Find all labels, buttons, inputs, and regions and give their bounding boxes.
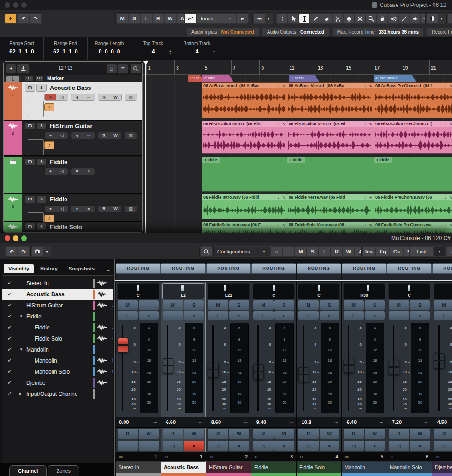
- channel-solo-button[interactable]: S: [229, 300, 250, 310]
- read-automation-button[interactable]: R: [98, 132, 110, 139]
- info-field[interactable]: Top Track 4 ▲ ▼: [131, 37, 175, 60]
- write-automation-button[interactable]: W: [229, 429, 250, 439]
- visibility-item[interactable]: ✓ ▶ Input/Output Channe: [2, 388, 113, 400]
- global-s-button[interactable]: S: [307, 247, 318, 256]
- add-marker-button[interactable]: T+: [25, 75, 34, 82]
- tool-line-icon[interactable]: [399, 14, 409, 23]
- audio-event[interactable]: 06 HiStrGuitar PreChorus.L ( ♩ ∿: [374, 121, 452, 154]
- track-body[interactable]: m s HiStrum Guitar ● ◁ e ∞ R W ▥: [22, 121, 142, 155]
- channel-name[interactable]: Djembe: [432, 462, 452, 473]
- channel-edit-button[interactable]: e: [274, 311, 295, 320]
- channel-listen-button[interactable]: L: [163, 311, 183, 320]
- track-name[interactable]: Fiddle: [50, 196, 67, 203]
- channel-strip-button[interactable]: ▥: [125, 132, 137, 139]
- mixer-channel-strip[interactable]: L21 M S L e 06121824304050 6051015203040…: [206, 282, 251, 476]
- pan-control[interactable]: C: [298, 283, 340, 299]
- channel-mute-button[interactable]: M: [118, 300, 138, 310]
- channel-name[interactable]: Mandolin: [342, 462, 387, 473]
- channel-strip-button[interactable]: ▥: [125, 94, 137, 100]
- global-m-button[interactable]: M: [295, 247, 306, 256]
- visibility-check-icon[interactable]: ✓: [7, 379, 12, 386]
- track-body[interactable]: m s Acoustic Bass ● ◁ e ∞ R W ▥: [22, 82, 142, 120]
- read-automation-button[interactable]: R: [253, 429, 274, 439]
- track-body[interactable]: m s Fiddle ● ◁ = ≈ R W: [22, 157, 142, 193]
- track-row[interactable]: 2 m s HiStrum Guitar ● ◁ e ∞ R W: [4, 121, 142, 156]
- record-enable-button[interactable]: ●: [274, 441, 295, 451]
- snapshot-camera-icon[interactable]: [32, 247, 43, 256]
- pan-indicator[interactable]: [367, 285, 369, 291]
- left-zone-tab-snapshots[interactable]: Snapshots: [64, 264, 99, 273]
- left-zone-tab-history[interactable]: History: [36, 264, 62, 273]
- track-row[interactable]: 4 m s Fiddle Solo ● ◁ e ∞ R W: [4, 222, 142, 233]
- info-field-value[interactable]: 4: [131, 48, 175, 55]
- audio-event[interactable]: 06 FiddleSolo Verse.wav (06 ♩ ∿: [287, 222, 374, 233]
- track-filter-list-icon[interactable]: ≡: [117, 64, 128, 74]
- folder-part[interactable]: Fiddle: [374, 157, 452, 192]
- visibility-check-icon[interactable]: ✓: [7, 302, 12, 308]
- timeline[interactable]: 13579111315171921 1: Pic 2: Intro 3: Ver…: [143, 60, 452, 233]
- edit-channel-button[interactable]: e: [71, 94, 83, 100]
- routing-rack-cell[interactable]: ROUTING: [206, 263, 251, 280]
- channel-mute-button[interactable]: M: [208, 300, 228, 310]
- routing-rack-cell[interactable]: ROUTING: [116, 263, 161, 280]
- meter-peak-value[interactable]: -∞: [424, 420, 428, 425]
- link-button[interactable]: Link: [410, 247, 433, 256]
- channel-mute-button[interactable]: M: [253, 300, 274, 310]
- track-solo-button[interactable]: s: [36, 122, 47, 130]
- tool-erase-icon[interactable]: [321, 14, 332, 23]
- record-enable-button[interactable]: [139, 441, 159, 451]
- track-row[interactable]: 3 m s Fiddle ● ◁ e ∞ R W: [4, 194, 142, 222]
- audio-event[interactable]: 06 Fiddle Intro.wav (06 Fiddl ♩ ∿: [202, 194, 287, 219]
- freeze-button[interactable]: ≈: [83, 168, 95, 175]
- zoom-window-button[interactable]: [21, 235, 27, 241]
- mixer-channel-strip[interactable]: R30 M S L e 06121824304050 6051015203040…: [342, 282, 387, 476]
- track-solo-button[interactable]: s: [36, 84, 47, 92]
- undo-button[interactable]: ↶: [18, 14, 29, 23]
- import-track-icon[interactable]: [17, 64, 30, 74]
- fader-db-value[interactable]: -10.8: [300, 419, 311, 425]
- tool-glue-icon[interactable]: [344, 14, 354, 23]
- mixer-channel-strip[interactable]: C M S L e 06121824304050 6051015203040∞ …: [297, 282, 341, 476]
- close-window-button[interactable]: [5, 235, 10, 241]
- channel-name[interactable]: Fiddle Solo: [297, 462, 341, 473]
- tool-range-select-icon[interactable]: [299, 14, 309, 23]
- routing-rack-cell[interactable]: ROUTING: [432, 263, 452, 280]
- info-field[interactable]: Range End 62. 1. 1. 0: [44, 37, 88, 60]
- folder-part[interactable]: Fiddle: [202, 157, 287, 192]
- mixer-channel-strip[interactable]: C M S L e 06121824304050 6051015203040∞ …: [387, 282, 432, 476]
- channel-edit-button[interactable]: e: [229, 311, 250, 320]
- track-solo-button[interactable]: s: [36, 223, 47, 231]
- marker-lane[interactable]: 1: Pic 2: Intro 3: Verse 4: PreChorus: [143, 75, 452, 82]
- meter-peak-value[interactable]: -∞: [333, 420, 338, 425]
- monitor-button[interactable]: ◁: [208, 441, 228, 451]
- channel-listen-button[interactable]: L: [434, 311, 452, 320]
- pan-indicator[interactable]: [318, 285, 320, 291]
- musical-mode-icon[interactable]: ♪: [44, 141, 54, 149]
- visibility-check-icon[interactable]: ✓: [7, 324, 12, 330]
- info-field[interactable]: Range Length 0. 0. 0. 0: [88, 37, 131, 60]
- channel-mute-button[interactable]: M: [298, 300, 319, 310]
- visibility-check-icon[interactable]: ✓: [7, 291, 12, 297]
- audio-event[interactable]: 06 HiStrGuitar Verse.L (06 Hi ♩ ∿: [287, 121, 374, 154]
- channel-mute-button[interactable]: M: [344, 300, 364, 310]
- read-automation-button[interactable]: R: [389, 429, 409, 439]
- routing-rack-cell[interactable]: ROUTING: [297, 263, 341, 280]
- pan-indicator[interactable]: [224, 285, 226, 291]
- audio-event[interactable]: 06 FiddleSolo Intro.wav (06 F ♩ ∿: [202, 222, 287, 233]
- visibility-item[interactable]: ✓ Acoustic Bass 1: [2, 289, 113, 300]
- visibility-item[interactable]: ✓ Stereo In: [2, 278, 113, 289]
- freeze-button[interactable]: ∞: [83, 132, 95, 139]
- track-body[interactable]: m s Fiddle ● ◁ e ∞ R W ▥: [22, 194, 142, 221]
- folder-arrow-icon[interactable]: ▼: [19, 314, 23, 318]
- track-picture-box[interactable]: [28, 101, 44, 117]
- left-zone-tab-visibility[interactable]: Visibility: [4, 264, 34, 273]
- write-automation-button[interactable]: W: [365, 429, 385, 439]
- meter-peak-value[interactable]: -∞: [243, 420, 248, 425]
- track-name[interactable]: Marker: [47, 76, 64, 81]
- audio-event[interactable]: 06 Fiddle PreChorus.wav (06 ♩ ∿: [374, 194, 452, 219]
- configurations-home-icon[interactable]: ⌂: [271, 247, 282, 256]
- info-field[interactable]: Range Start 62. 1. 1. 0: [0, 37, 44, 60]
- global-r-button[interactable]: R: [331, 247, 342, 256]
- write-automation-button[interactable]: W: [320, 429, 340, 439]
- link-dropdown-icon[interactable]: ▼: [434, 247, 445, 256]
